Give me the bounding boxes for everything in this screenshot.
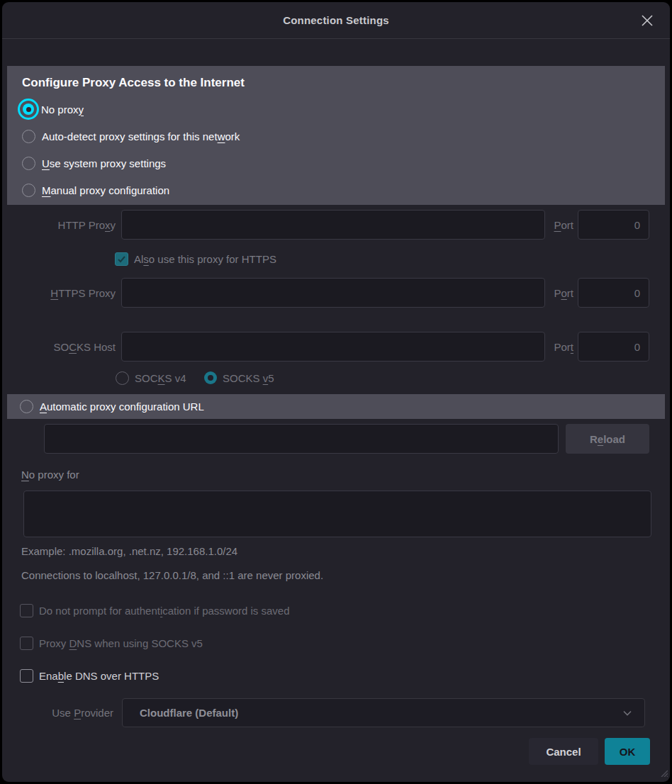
http-port-input	[578, 210, 649, 240]
socks-v4-radio-row: SOCKS v4	[116, 371, 186, 385]
no-proxy-note-text: Connections to localhost, 127.0.0.1/8, a…	[21, 569, 323, 581]
no-proxy-for-label: No proxy for	[21, 469, 79, 481]
automatic-url-input	[44, 424, 559, 454]
socks-port-label: Port	[545, 332, 573, 362]
https-proxy-label: HTTPS Proxy	[7, 278, 116, 308]
https-port-label: Port	[545, 278, 573, 308]
provider-selected-value: Cloudflare (Default)	[140, 707, 622, 719]
radio-circle	[116, 371, 129, 385]
radio-circle	[22, 130, 35, 143]
also-https-label: Also use this proxy for HTTPS	[134, 253, 276, 265]
reload-button: Reload	[566, 424, 649, 454]
no-proxy-example-text: Example: .mozilla.org, .net.nz, 192.168.…	[21, 545, 237, 557]
connection-settings-dialog: Connection Settings Configure Proxy Acce…	[2, 2, 670, 782]
radio-automatic-url-label: Automatic proxy configuration URL	[40, 401, 204, 413]
radio-no-proxy-label: No proxy	[41, 103, 84, 116]
checkbox-box	[20, 604, 33, 617]
https-port-input	[578, 278, 649, 308]
radio-circle	[20, 400, 33, 413]
radio-manual-label: Manual proxy configuration	[42, 184, 169, 196]
radio-no-proxy[interactable]: No proxy	[22, 96, 665, 123]
radio-selected-indicator	[204, 371, 217, 384]
dialog-title: Connection Settings	[283, 14, 389, 26]
radio-use-system-label: Use system proxy settings	[42, 157, 166, 169]
socks-v4-label: SOCKS v4	[135, 372, 186, 384]
socks-port-input	[578, 332, 649, 362]
chevron-down-icon	[622, 707, 633, 719]
ok-button[interactable]: OK	[605, 738, 650, 765]
provider-dropdown: Cloudflare (Default)	[122, 698, 645, 727]
socks-v5-label: SOCKS v5	[223, 372, 274, 384]
checkbox-proxy-dns-socks5-label: Proxy DNS when using SOCKS v5	[39, 637, 203, 649]
socks-host-input	[121, 332, 545, 362]
https-proxy-input	[121, 278, 545, 308]
radio-circle	[22, 157, 35, 170]
checkbox-enable-doh[interactable]: Enable DNS over HTTPS	[20, 669, 159, 683]
section-heading: Configure Proxy Access to the Internet	[22, 76, 665, 90]
close-icon[interactable]	[639, 12, 656, 29]
check-icon	[115, 252, 128, 266]
radio-auto-detect[interactable]: Auto-detect proxy settings for this netw…	[22, 123, 665, 150]
checkbox-box	[20, 637, 33, 650]
cancel-button[interactable]: Cancel	[529, 738, 598, 765]
checkbox-box	[20, 669, 33, 683]
checkbox-proxy-dns-socks5: Proxy DNS when using SOCKS v5	[20, 637, 203, 650]
checkbox-no-prompt-auth-label: Do not prompt for authentication if pass…	[39, 605, 290, 617]
radio-automatic-url[interactable]: Automatic proxy configuration URL	[7, 394, 665, 419]
radio-use-system[interactable]: Use system proxy settings	[22, 150, 665, 177]
radio-focus-ring	[18, 99, 39, 120]
proxy-mode-panel: Configure Proxy Access to the Internet N…	[7, 66, 665, 205]
radio-circle	[22, 184, 35, 197]
use-provider-label: Use Provider	[7, 698, 113, 727]
resize-grip-icon[interactable]	[658, 767, 668, 780]
checkbox-enable-doh-label: Enable DNS over HTTPS	[39, 670, 159, 682]
dialog-titlebar: Connection Settings	[2, 2, 670, 39]
http-port-label: Port	[545, 210, 573, 240]
http-proxy-label: HTTP Proxy	[7, 210, 116, 240]
socks-host-label: SOCKS Host	[7, 332, 116, 362]
radio-manual[interactable]: Manual proxy configuration	[22, 177, 665, 203]
radio-selected-indicator	[23, 103, 34, 115]
radio-auto-detect-label: Auto-detect proxy settings for this netw…	[42, 130, 240, 142]
checkbox-no-prompt-auth: Do not prompt for authentication if pass…	[20, 604, 290, 617]
also-https-checkbox-row: Also use this proxy for HTTPS	[115, 252, 276, 266]
socks-v5-radio-row: SOCKS v5	[204, 371, 274, 384]
no-proxy-for-textarea[interactable]	[23, 491, 651, 537]
http-proxy-input	[121, 210, 545, 240]
